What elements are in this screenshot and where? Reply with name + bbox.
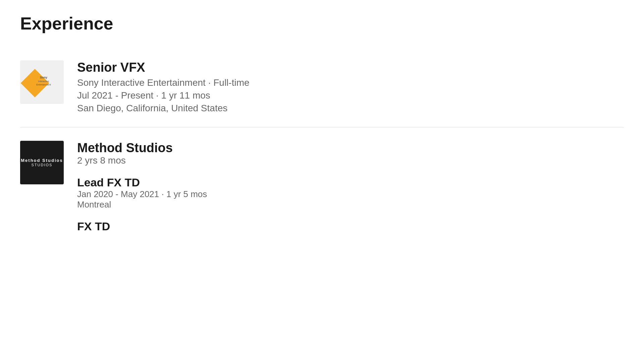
method-role-lead-fx-td: Lead FX TD Jan 2020 - May 2021 · 1 yr 5 … [77,176,624,210]
sony-company-detail: Sony Interactive Entertainment · Full-ti… [77,77,624,88]
sony-company-type-separator: · [208,77,214,88]
method-logo-text: Method Studios STUDIOS [21,158,63,168]
method-logo: Method Studios STUDIOS [20,141,64,184]
experience-item-method: Method Studios STUDIOS Method Studios 2 … [20,127,624,246]
sony-job-title: Senior VFX [77,60,624,75]
sony-location: San Diego, California, United States [77,103,624,114]
svg-text:Entertainment: Entertainment [36,83,51,86]
experience-list: Sony Interactive Entertainment Senior VF… [20,47,624,246]
method-logo-method-text: Method Studios [21,158,63,163]
method-company-duration: 2 yrs 8 mos [77,155,624,166]
sony-company-type: Full-time [213,77,249,88]
svg-text:Interactive: Interactive [38,80,49,82]
method-partial-role-title: FX TD [77,220,624,233]
method-role-lead-title: Lead FX TD [77,176,624,189]
experience-item-sony: Sony Interactive Entertainment Senior VF… [20,47,624,127]
method-partial-role: FX TD [77,220,624,233]
method-company-row: Method Studios 2 yrs 8 mos [77,141,624,166]
method-logo-studios-text: STUDIOS [21,163,63,167]
section-title: Experience [20,13,624,34]
sony-logo: Sony Interactive Entertainment [20,60,64,104]
sony-experience-content: Senior VFX Sony Interactive Entertainmen… [77,60,624,114]
method-role-lead-duration: Jan 2020 - May 2021 · 1 yr 5 mos [77,189,624,199]
svg-text:Sony: Sony [40,76,47,79]
method-group-content: Method Studios 2 yrs 8 mos Lead FX TD Ja… [77,141,624,233]
sony-duration: Jul 2021 - Present · 1 yr 11 mos [77,90,624,101]
method-company-name: Method Studios [77,141,624,155]
method-role-lead-location: Montreal [77,199,624,210]
sony-company-name: Sony Interactive Entertainment [77,77,206,88]
sony-logo-svg: Sony Interactive Entertainment [20,60,64,104]
